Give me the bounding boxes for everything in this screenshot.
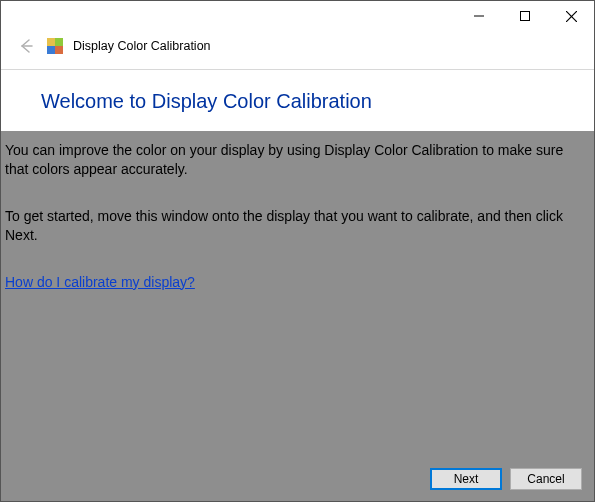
titlebar — [1, 1, 594, 31]
content: Welcome to Display Color Calibration You… — [1, 70, 594, 501]
header-bar: Display Color Calibration — [1, 31, 594, 70]
minimize-button[interactable] — [456, 1, 502, 31]
intro-paragraph-2: To get started, move this window onto th… — [5, 207, 588, 245]
next-button[interactable]: Next — [430, 468, 502, 490]
svg-rect-6 — [55, 38, 63, 46]
page-heading: Welcome to Display Color Calibration — [41, 90, 594, 113]
heading-area: Welcome to Display Color Calibration — [1, 70, 594, 131]
maximize-button[interactable] — [502, 1, 548, 31]
close-button[interactable] — [548, 1, 594, 31]
intro-paragraph-1: You can improve the color on your displa… — [5, 141, 588, 179]
cancel-button[interactable]: Cancel — [510, 468, 582, 490]
body-area: You can improve the color on your displa… — [1, 131, 594, 457]
back-arrow-icon — [15, 35, 37, 57]
app-title: Display Color Calibration — [73, 39, 211, 53]
svg-rect-5 — [47, 46, 55, 54]
svg-rect-8 — [55, 46, 63, 54]
footer-bar: Next Cancel — [1, 457, 594, 501]
svg-rect-7 — [47, 38, 55, 46]
app-icon — [47, 38, 63, 54]
help-link[interactable]: How do I calibrate my display? — [5, 274, 195, 290]
svg-rect-1 — [521, 12, 530, 21]
